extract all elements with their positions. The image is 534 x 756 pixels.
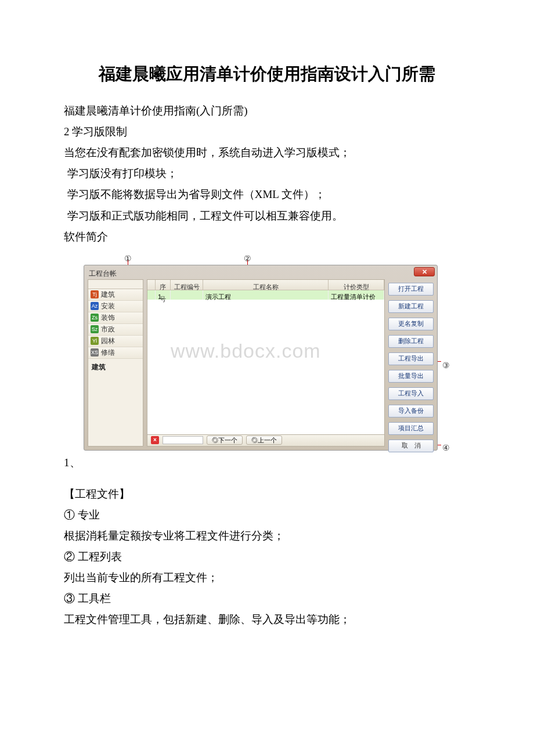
category-icon: Tj (91, 290, 99, 298)
sidebar-item-architecture[interactable]: Tj 建筑 (88, 289, 143, 301)
action-panel: 打开工程 新建工程 更名复制 删除工程 工程导出 批量导出 工程导入 导入备份 … (388, 279, 434, 447)
prev-button[interactable]: ◎上一个 (246, 435, 282, 445)
embedded-screenshot: ① ② ③ ④ 工程台帐 ✕ Tj 建筑 Az 安装 (64, 251, 470, 451)
open-project-button[interactable]: 打开工程 (388, 283, 434, 296)
body-line: 根据消耗量定额按专业将工程文件进行分类； (64, 525, 470, 546)
search-input[interactable] (163, 436, 203, 444)
intro-line: 福建晨曦清单计价使用指南(入门所需) (64, 100, 470, 121)
new-project-button[interactable]: 新建工程 (388, 300, 434, 313)
intro-line: 软件简介 (64, 226, 470, 247)
annotation-4: ④ (442, 440, 450, 456)
sidebar-item-decoration[interactable]: Zs 装饰 (88, 312, 143, 324)
cell-seq: 1 (156, 290, 171, 300)
category-icon: Zs (91, 314, 99, 322)
export-project-button[interactable]: 工程导出 (388, 352, 434, 365)
batch-export-button[interactable]: 批量导出 (388, 370, 434, 383)
body-line: ② 工程列表 (64, 546, 470, 567)
window-title: 工程台帐 (84, 265, 437, 278)
document-title: 福建晨曦应用清单计价使用指南设计入门所需 (64, 58, 470, 90)
body-line: ③ 工具栏 (64, 588, 470, 609)
grid-header-index (147, 280, 156, 290)
body-line: ① 专业 (64, 505, 470, 525)
import-backup-button[interactable]: 导入备份 (388, 405, 434, 417)
project-grid: 序号 工程编号 工程名称 计价类型 1 演示工程 工程量清单计价 ww (147, 279, 385, 435)
grid-header-seq: 序号 (156, 280, 171, 290)
category-icon: Yl (91, 337, 99, 345)
close-button[interactable]: ✕ (414, 267, 435, 276)
import-project-button[interactable]: 工程导入 (388, 387, 434, 400)
grid-header-type: 计价类型 (329, 280, 384, 290)
body-line: 【工程文件】 (64, 484, 470, 505)
clear-icon[interactable]: × (151, 436, 159, 444)
grid-footer: × ◎下一个 ◎上一个 (147, 435, 385, 447)
next-button[interactable]: ◎下一个 (207, 435, 243, 445)
intro-line: 当您在没有配套加密锁使用时，系统自动进入学习版模式； (64, 142, 470, 163)
sidebar-item-repair[interactable]: XS 修缮 (88, 347, 143, 359)
grid-header-name: 工程名称 (203, 280, 329, 290)
intro-line: 学习版和正式版功能相同，工程文件可以相互兼容使用。 (64, 206, 470, 226)
body-line: 工程文件管理工具，包括新建、删除、导入及导出等功能； (64, 609, 470, 630)
project-summary-button[interactable]: 项目汇总 (388, 422, 434, 435)
cancel-button[interactable]: 取 消 (388, 440, 434, 452)
category-icon: Az (91, 302, 99, 310)
sidebar-item-install[interactable]: Az 安装 (88, 301, 143, 312)
sidebar-item-municipal[interactable]: Sz 市政 (88, 324, 143, 336)
intro-line: 2 学习版限制 (64, 121, 470, 142)
category-icon: Sz (91, 325, 99, 333)
grid-header-code: 工程编号 (171, 280, 203, 290)
watermark: www.bdocx.com (171, 332, 321, 370)
intro-line: 学习版没有打印模块； (64, 163, 470, 184)
cell-name: 演示工程 (203, 290, 329, 300)
cell-code (171, 290, 203, 300)
sidebar-item-label: 修缮 (101, 346, 115, 359)
rename-copy-button[interactable]: 更名复制 (388, 318, 434, 330)
figure-caption-prefix: 1、 (64, 452, 470, 473)
category-icon: XS (91, 348, 99, 357)
intro-line: 学习版不能将数据导出为省导则文件（XML 文件）； (64, 184, 470, 205)
annotation-3: ③ (442, 358, 450, 373)
delete-project-button[interactable]: 删除工程 (388, 335, 434, 348)
cell-type: 工程量清单计价 (329, 290, 384, 300)
sidebar-item-garden[interactable]: Yl 园林 (88, 336, 143, 347)
body-line: 列出当前专业的所有工程文件； (64, 567, 470, 588)
table-row[interactable]: 1 演示工程 工程量清单计价 (147, 290, 384, 300)
category-sidebar: Tj 建筑 Az 安装 Zs 装饰 Sz 市政 (88, 279, 143, 447)
sidebar-selected-label: 建筑 (88, 359, 143, 376)
dialog-window: 工程台帐 ✕ Tj 建筑 Az 安装 Zs 装饰 (84, 265, 438, 451)
